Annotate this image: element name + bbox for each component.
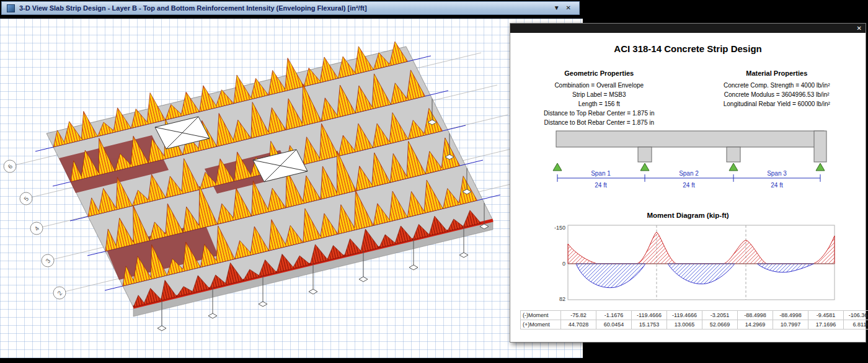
moment-value: -119.4666	[632, 311, 667, 320]
window-title: 3-D View Slab Strip Design - Layer B - T…	[19, 4, 551, 12]
properties-section: Geometric Properties Combination = Overa…	[510, 69, 866, 127]
geometric-property: Combination = Overall Envelope	[510, 81, 688, 90]
strip-design-report-panel: ✕ ACI 318-14 Concrete Strip Design Geome…	[510, 23, 866, 343]
geometric-properties: Geometric Properties Combination = Overa…	[510, 69, 688, 127]
table-row: (-)Moment -75.82 -1.1676 -119.4666 -119.…	[521, 311, 868, 320]
moment-value: -106.3635	[844, 311, 868, 320]
material-property: Concrete Modulus = 3604996.53 lb/in²	[688, 90, 866, 99]
window-icon	[7, 4, 15, 12]
y-axis-min-label: 82	[559, 296, 565, 302]
positive-moment-region	[576, 264, 814, 288]
moment-value: 52.0669	[702, 320, 738, 329]
close-icon[interactable]: ✕	[563, 2, 574, 14]
material-properties-heading: Material Properties	[688, 69, 866, 77]
strip-slab	[556, 131, 824, 147]
geometric-property: Strip Label = MSB3	[510, 90, 688, 99]
moment-value: -3.2051	[702, 311, 738, 320]
moment-value: 6.8118	[844, 320, 868, 329]
moment-value: -1.1676	[596, 311, 632, 320]
report-panel-titlebar[interactable]: ✕	[510, 24, 866, 33]
material-properties: Material Properties Concrete Comp. Stren…	[688, 69, 866, 127]
moment-value: 60.0454	[596, 320, 632, 329]
grid-bubbles: 6 5 4 3 2	[4, 160, 66, 299]
close-icon[interactable]: ✕	[857, 25, 862, 32]
chevron-down-icon[interactable]: ▼	[551, 2, 563, 14]
moment-value: -119.4666	[667, 311, 702, 320]
interior-column	[638, 147, 652, 162]
moment-value: -88.4998	[773, 311, 808, 320]
report-title: ACI 318-14 Concrete Strip Design	[510, 43, 866, 54]
geometric-property: Length = 156 ft	[510, 99, 688, 109]
window-titlebar[interactable]: 3-D View Slab Strip Design - Layer B - T…	[1, 1, 580, 15]
moment-value: 10.7997	[773, 320, 808, 329]
span-label: Span 3	[767, 170, 787, 177]
moment-value: 15.1753	[632, 320, 667, 329]
moment-value: -75.82	[561, 311, 596, 320]
3d-model-drawing: 6 5 4 3 2	[0, 19, 583, 358]
moment-value: 13.0065	[667, 320, 702, 329]
moment-plot-frame	[568, 225, 835, 300]
moment-diagram-title: Moment Diagram (kip-ft)	[510, 212, 866, 219]
3d-viewport[interactable]: 6 5 4 3 2	[0, 19, 583, 358]
material-property: Concrete Comp. Strength = 4000 lb/in²	[688, 81, 866, 90]
moment-value: 44.7028	[561, 320, 596, 329]
table-row: (+)Moment 44.7028 60.0454 15.1753 13.006…	[521, 320, 868, 329]
moment-value: -9.4581	[808, 311, 844, 320]
span-length: 24 ft	[683, 182, 695, 189]
span-length: 24 ft	[771, 182, 783, 189]
moment-diagram: -150 0 82	[546, 222, 838, 308]
strip-elevation-diagram: Span 1 24 ft Span 2 24 ft Span 3 24 ft	[551, 126, 843, 194]
row-label: (+)Moment	[521, 320, 561, 329]
span-label: Span 1	[591, 170, 611, 177]
geometric-properties-heading: Geometric Properties	[510, 69, 688, 77]
y-axis-max-label: -150	[554, 225, 565, 231]
moment-value: -88.4998	[738, 311, 773, 320]
moment-results-table: (-)Moment -75.82 -1.1676 -119.4666 -119.…	[520, 310, 868, 329]
span-length: 24 ft	[595, 182, 607, 189]
end-column	[814, 131, 826, 162]
negative-moment-region	[568, 232, 835, 264]
span-label: Span 2	[679, 170, 699, 177]
interior-column	[727, 147, 740, 162]
moment-value: 17.1696	[808, 320, 844, 329]
geometric-property: Distance to Top Rebar Center = 1.875 in	[510, 109, 688, 118]
y-axis-zero-label: 0	[562, 261, 565, 267]
moment-value: 14.2969	[738, 320, 773, 329]
material-property: Longitudinal Rebar Yield = 60000 lb/in²	[688, 99, 866, 109]
row-label: (-)Moment	[521, 311, 561, 320]
